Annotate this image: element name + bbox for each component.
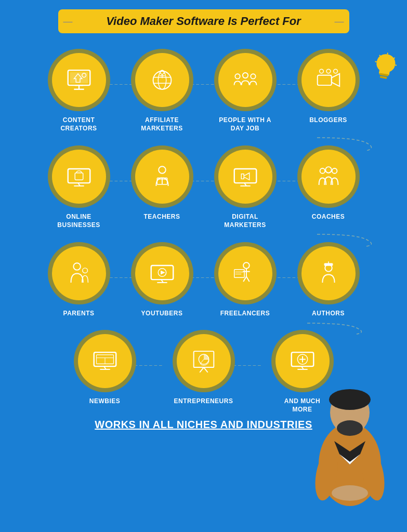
svg-line-79 (204, 367, 208, 373)
item-people-day-job: PEOPLE WITH ADAY JOB (204, 49, 287, 132)
svg-rect-26 (317, 75, 331, 85)
row-4-items: NEWBIES (21, 330, 386, 414)
item-youtubers: YOUTUBERS (121, 242, 204, 318)
item-online-businesses: ONLINEBUSINESSES (37, 145, 121, 229)
inner-circle (52, 53, 106, 107)
label-parents: PARENTS (63, 310, 95, 318)
label-digital-marketers: DIGITALMARKETERS (224, 213, 266, 229)
row-4: NEWBIES (10, 330, 397, 414)
item-entrepreneurs: ENTREPRENEURS (162, 330, 245, 406)
svg-rect-42 (234, 169, 256, 183)
item-coaches: COACHES (287, 145, 370, 221)
item-parents: PARENTS (37, 242, 121, 318)
label-authors: AUTHORS (312, 310, 345, 318)
inner-circle (135, 246, 189, 300)
svg-rect-62 (234, 270, 244, 277)
svg-point-47 (332, 168, 337, 174)
outer-circle (48, 49, 110, 111)
label-newbies: NEWBIES (89, 397, 121, 406)
inner-circle (218, 53, 272, 107)
label-youtubers: YOUTUBERS (141, 310, 183, 318)
footer-text: WORKS IN ALL NICHES AND INDUSTRIES (10, 419, 397, 441)
label-freelancers: FREELANCERS (220, 310, 270, 318)
svg-point-28 (326, 69, 331, 73)
svg-rect-36 (75, 173, 83, 180)
row-1-items: CONTENTCREATORS (21, 49, 386, 132)
outer-circle (271, 330, 334, 392)
outer-circle (48, 242, 110, 304)
row-2-items: ONLINEBUSINESSES (21, 145, 386, 229)
label-entrepreneurs: ENTREPRENEURS (174, 397, 233, 406)
row-3-items: PARENTS YOUTUB (21, 242, 386, 318)
label-teachers: TEACHERS (143, 213, 180, 221)
inner-circle (218, 246, 272, 300)
svg-point-25 (251, 74, 255, 78)
connector-3-4 (21, 321, 386, 330)
inner-circle (275, 334, 330, 388)
outer-circle (214, 49, 277, 111)
item-content-creators: CONTENTCREATORS (37, 49, 121, 132)
outer-circle (131, 49, 193, 111)
svg-point-52 (82, 268, 87, 273)
inner-circle (78, 334, 132, 388)
header-title: Video Maker Software Is Perfect For (74, 15, 334, 28)
inner-circle (135, 150, 189, 204)
item-freelancers: FREELANCERS (204, 242, 287, 318)
svg-line-61 (246, 277, 249, 282)
page-wrapper: Video Maker Software Is Perfect For (0, 0, 407, 532)
label-coaches: COACHES (312, 213, 345, 221)
svg-point-24 (242, 73, 247, 78)
inner-circle (177, 334, 231, 388)
item-teachers: TEACHERS (121, 145, 204, 221)
svg-rect-66 (324, 264, 332, 266)
item-bloggers: BLOGGERS (287, 49, 370, 125)
outer-circle (48, 145, 110, 208)
svg-line-78 (200, 367, 204, 373)
outer-circle (173, 330, 235, 392)
inner-circle (301, 246, 356, 300)
svg-point-46 (325, 167, 332, 173)
item-affiliate-marketers: AFFILIATEMARKETERS (121, 49, 204, 132)
connector-1-2 (21, 135, 386, 145)
item-digital-marketers: DIGITALMARKETERS (204, 145, 287, 229)
inner-circle (52, 150, 106, 204)
inner-circle (218, 150, 272, 204)
row-3: PARENTS YOUTUB (10, 242, 397, 318)
outer-circle (74, 330, 136, 392)
label-online-businesses: ONLINEBUSINESSES (57, 213, 100, 229)
outer-circle (131, 145, 193, 208)
svg-point-23 (235, 74, 240, 78)
label-people-day-job: PEOPLE WITH ADAY JOB (219, 116, 271, 132)
inner-circle (52, 246, 106, 300)
svg-point-45 (320, 168, 325, 174)
row-1: CONTENTCREATORS (10, 49, 397, 132)
svg-point-29 (333, 69, 337, 73)
outer-circle (297, 49, 360, 111)
outer-circle (297, 145, 360, 208)
svg-point-57 (243, 263, 250, 269)
item-newbies: NEWBIES (63, 330, 147, 406)
connector-2-3 (21, 232, 386, 242)
outer-circle (214, 242, 277, 304)
svg-point-51 (73, 263, 81, 271)
inner-circle (301, 150, 356, 204)
inner-circle (301, 53, 356, 107)
label-bloggers: BLOGGERS (309, 116, 347, 125)
item-authors: AUTHORS (287, 242, 370, 318)
label-affiliate-marketers: AFFILIATEMARKETERS (141, 116, 183, 132)
footer-container: WORKS IN ALL NICHES AND INDUSTRIES (10, 419, 397, 449)
header-banner: Video Maker Software Is Perfect For (58, 9, 349, 33)
label-content-creators: CONTENTCREATORS (60, 116, 97, 132)
svg-point-27 (319, 69, 323, 73)
outer-circle (214, 145, 277, 208)
label-and-much-more: AND MUCHMORE (284, 397, 320, 414)
inner-circle (135, 53, 189, 107)
outer-circle (297, 242, 360, 304)
item-and-much-more: AND MUCHMORE (261, 330, 344, 414)
row-2: ONLINEBUSINESSES (10, 145, 397, 229)
outer-circle (131, 242, 193, 304)
svg-point-93 (332, 485, 368, 501)
svg-point-37 (159, 166, 166, 174)
